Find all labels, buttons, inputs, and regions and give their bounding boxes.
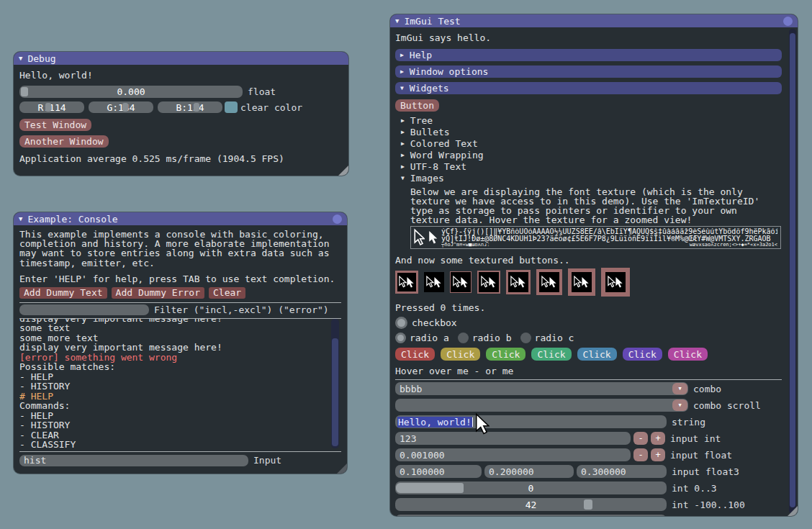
header-widgets[interactable]: ▼ Widgets — [395, 82, 782, 94]
plus-button[interactable]: + — [651, 448, 665, 461]
tree-node-tree[interactable]: ▶ Tree — [395, 114, 782, 126]
tree-node-word-wrapping[interactable]: ▶ Word Wrapping — [395, 149, 782, 160]
console-titlebar[interactable]: ▼ Example: Console — [14, 212, 347, 225]
close-icon[interactable] — [333, 214, 342, 224]
scrollbar-thumb[interactable] — [332, 338, 338, 446]
image-button[interactable] — [450, 271, 472, 293]
add-dummy-error-button[interactable]: Add Dummy Error — [112, 287, 204, 299]
scrollbar[interactable] — [789, 29, 796, 514]
log-line: Possible matches: — [19, 362, 341, 372]
hover-text[interactable]: Hover over me - or me — [395, 366, 782, 376]
console-command-input[interactable]: hist — [19, 455, 248, 466]
hello-text: ImGui says hello. — [395, 32, 782, 43]
another-window-button[interactable]: Another Window — [19, 135, 109, 148]
font-texture-image[interactable]: ýÇf}-{ÿj()[]‖¥ÝBñòÙÖóÄÂÀÁÖ½¼ÙÚŽŠ8ÉÊ/â\Èb… — [410, 226, 781, 249]
tree-node-colored-text[interactable]: ▶ Colored Text — [395, 137, 782, 149]
slider-grab[interactable] — [584, 499, 592, 510]
console-log[interactable]: display very important message here! som… — [19, 319, 341, 450]
string-input[interactable]: Hello, world! — [395, 415, 667, 428]
slider-label: int 0..3 — [672, 483, 717, 494]
resize-grip[interactable] — [788, 506, 798, 516]
collapse-icon[interactable]: ▼ — [19, 52, 22, 65]
checkbox[interactable] — [395, 317, 407, 329]
click-button[interactable]: Click — [441, 348, 480, 361]
scrollbar[interactable] — [331, 319, 339, 448]
float3-input-y[interactable]: 0.200000 — [484, 465, 574, 478]
float-slider[interactable]: 0.000 — [19, 86, 243, 98]
slider-grab[interactable] — [396, 483, 464, 493]
click-button[interactable]: Click — [486, 348, 525, 361]
header-window-options[interactable]: ▶ Window options — [395, 65, 782, 78]
collapse-icon[interactable]: ▼ — [19, 212, 22, 225]
minus-button[interactable]: - — [633, 448, 648, 461]
filter-input[interactable] — [19, 304, 149, 315]
chevron-down-icon[interactable]: ▼ — [672, 399, 687, 411]
radio-c[interactable]: radio c — [520, 333, 574, 343]
minus-button[interactable]: - — [633, 432, 648, 445]
resize-grip[interactable] — [337, 464, 347, 474]
separator — [19, 451, 341, 452]
image-button[interactable] — [536, 269, 562, 295]
float-input[interactable]: 0.001000 — [395, 448, 631, 461]
slider-grab[interactable] — [21, 87, 28, 96]
checkbox-label: checkbox — [412, 317, 457, 328]
combo-scroll-select[interactable]: ▼ — [395, 399, 688, 412]
combo-scroll-label: combo scroll — [693, 400, 761, 411]
float3-input-z[interactable]: 0.300000 — [577, 465, 667, 478]
window-title: ImGui Test — [404, 16, 460, 27]
textured-buttons-text: And now some textured buttons.. — [395, 255, 782, 266]
image-button[interactable] — [395, 271, 418, 294]
header-help[interactable]: ▶ Help — [395, 49, 782, 61]
log-line: some text — [19, 323, 341, 333]
chevron-down-icon[interactable]: ▼ — [672, 383, 687, 394]
clear-button[interactable]: Clear — [209, 287, 245, 299]
collapse-icon[interactable]: ▼ — [395, 14, 399, 27]
tree-node-utf8-text[interactable]: ▶ UTF-8 Text — [395, 160, 782, 172]
image-button[interactable] — [477, 271, 500, 294]
scrollbar-thumb[interactable] — [790, 33, 795, 507]
float-slider[interactable]: 4.132 — [395, 515, 667, 516]
slider-grab[interactable] — [122, 103, 128, 112]
button-widget[interactable]: Button — [395, 99, 439, 112]
log-line-match: # HELP — [19, 392, 341, 402]
test-titlebar[interactable]: ▼ ImGui Test — [390, 14, 798, 27]
test-window-button[interactable]: Test Window — [19, 119, 91, 131]
add-dummy-text-button[interactable]: Add Dummy Text — [19, 287, 107, 299]
radio-a[interactable]: radio a — [395, 333, 449, 343]
clear-color-swatch[interactable] — [225, 101, 238, 113]
plus-button[interactable]: + — [651, 432, 665, 445]
slider-label: float — [248, 86, 276, 97]
tree-label: Colored Text — [410, 138, 478, 149]
header-label: Widgets — [410, 83, 449, 94]
tree-node-bullets[interactable]: ▶ Bullets — [395, 126, 782, 137]
slider-grab[interactable] — [194, 103, 199, 112]
chevron-right-icon: ▶ — [401, 129, 405, 135]
click-button[interactable]: Click — [395, 348, 435, 361]
float3-input-x[interactable]: 0.100000 — [395, 465, 482, 478]
radio-b[interactable]: radio b — [458, 333, 512, 343]
blue-slider[interactable]: B:154 — [158, 101, 222, 113]
imgui-test-window: ▼ ImGui Test ImGui says hello. ▶ Help ▶ … — [390, 14, 798, 516]
image-button[interactable] — [506, 270, 531, 294]
red-slider[interactable]: R:114 — [19, 101, 84, 113]
click-button[interactable]: Click — [531, 348, 571, 361]
image-button[interactable] — [424, 272, 444, 292]
debug-titlebar[interactable]: ▼ Debug — [14, 52, 348, 65]
tree-label: Images — [410, 173, 444, 184]
close-icon[interactable] — [783, 17, 793, 26]
int-input[interactable]: 123 — [395, 432, 631, 445]
click-button[interactable]: Click — [668, 348, 708, 361]
image-button[interactable] — [601, 268, 630, 297]
int-slider-minus100-100[interactable]: 42 — [395, 498, 667, 511]
resize-grip[interactable] — [338, 166, 348, 176]
slider-grab[interactable] — [45, 103, 51, 112]
green-slider[interactable]: G:144 — [89, 101, 153, 113]
click-button[interactable]: Click — [623, 348, 662, 361]
image-button[interactable] — [568, 268, 595, 296]
tree-node-images[interactable]: ▼ Images — [395, 172, 782, 184]
int-slider-0-3[interactable]: 0 — [395, 481, 667, 494]
texture-fragment: wævxsaoʌzcren;<>+◆=*«x»3a2o1< — [690, 243, 777, 248]
combo-select[interactable]: bbbb ▼ — [395, 382, 688, 395]
console-help-line: Enter 'HELP' for help, press TAB to use … — [19, 273, 341, 284]
click-button[interactable]: Click — [577, 348, 617, 361]
